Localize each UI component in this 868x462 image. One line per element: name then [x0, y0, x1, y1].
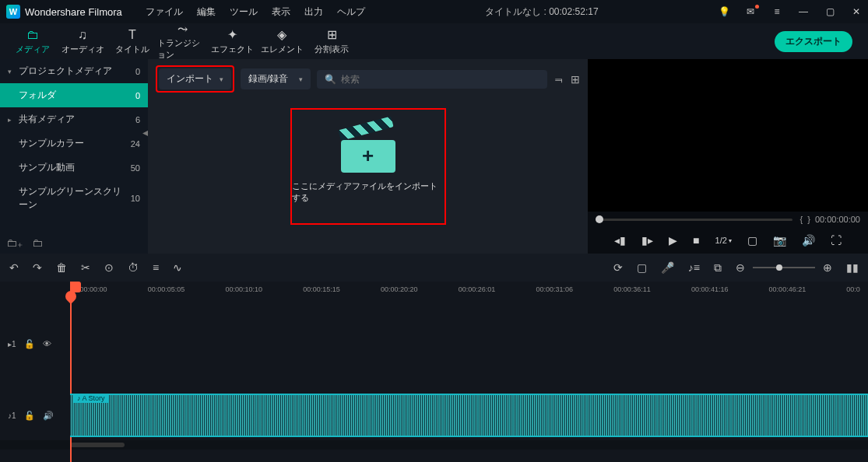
scrollbar-thumb[interactable]: [70, 443, 125, 447]
mark-in-icon[interactable]: {: [800, 215, 803, 224]
menu-edit[interactable]: 編集: [197, 5, 216, 19]
menu-view[interactable]: 表示: [272, 5, 290, 19]
audio-track-body[interactable]: ♪ A Story: [70, 390, 868, 440]
list-icon[interactable]: ≡: [771, 6, 782, 17]
sidebar-item-count: 6: [123, 115, 140, 124]
snap-icon[interactable]: ⧉: [714, 261, 722, 275]
import-highlight: インポート▾: [156, 65, 234, 93]
audio-track-head: ♪1 🔓 🔊: [0, 411, 70, 421]
window-close-icon[interactable]: ✕: [851, 6, 862, 17]
menu-output[interactable]: 出力: [304, 5, 323, 19]
sidebar-item-label: プロジェクトメディア: [19, 65, 123, 78]
import-dropdown[interactable]: インポート▾: [159, 68, 231, 89]
sidebar-item-sample-color[interactable]: サンプルカラー24: [0, 131, 148, 156]
mute-icon[interactable]: 🔊: [43, 411, 54, 421]
speed-icon[interactable]: ⏱: [128, 261, 139, 274]
zoom-out-icon[interactable]: ⊖: [736, 261, 745, 274]
tab-elements-label: エレメント: [261, 44, 304, 55]
sidebar-item-greenscreen[interactable]: サンプルグリーンスクリーン10: [0, 180, 148, 217]
step-back-icon[interactable]: ▮▸: [641, 234, 653, 247]
timeline-scrollbar[interactable]: [0, 440, 868, 450]
tab-media[interactable]: 🗀メディア: [8, 28, 58, 55]
lock-icon[interactable]: 🔓: [24, 339, 35, 349]
preview-quality-dropdown[interactable]: 1/2▾: [715, 236, 732, 245]
zoom-handle[interactable]: [776, 264, 782, 271]
tab-effects[interactable]: ✦エフェクト: [207, 28, 257, 55]
search-box[interactable]: 🔍: [317, 70, 547, 89]
menu-file[interactable]: ファイル: [146, 5, 183, 19]
grid-view-icon[interactable]: ⊞: [571, 73, 580, 86]
volume-icon[interactable]: 🔊: [802, 234, 815, 247]
prev-frame-icon[interactable]: ◂▮: [614, 234, 626, 247]
preview-scrubber[interactable]: { } 00:00:00:00: [588, 212, 868, 227]
cut-icon[interactable]: ✂: [81, 261, 90, 274]
sidebar: ▾プロジェクトメディア0 フォルダ0 ▸共有メディア6 サンプルカラー24 サン…: [0, 59, 148, 254]
preview-video-area[interactable]: [588, 59, 868, 212]
menu-help[interactable]: ヘルプ: [337, 5, 365, 19]
ruler-mark: 00:00:26:01: [459, 285, 496, 293]
new-folder-icon[interactable]: 🗀₊: [6, 236, 23, 249]
ruler-mark: 00:00:46:21: [769, 285, 807, 293]
stop-icon[interactable]: ■: [693, 234, 699, 247]
tips-icon[interactable]: 💡: [719, 6, 729, 17]
window-minimize-icon[interactable]: —: [798, 6, 809, 17]
delete-icon[interactable]: 🗑: [56, 261, 67, 274]
menu-tool[interactable]: ツール: [230, 5, 258, 19]
render-icon[interactable]: ⟳: [613, 261, 623, 274]
record-dropdown[interactable]: 録画/録音▾: [241, 68, 311, 89]
zoom-slider[interactable]: [753, 267, 815, 268]
sidebar-item-label: フォルダ: [19, 89, 123, 102]
voiceover-icon[interactable]: 🎤: [661, 261, 674, 274]
crop-icon[interactable]: ⊙: [104, 261, 114, 274]
audio-track-1[interactable]: ♪1 🔓 🔊 ♪ A Story: [0, 390, 868, 440]
folder-icon[interactable]: 🗀: [32, 236, 43, 249]
zoom-in-icon[interactable]: ⊕: [823, 261, 832, 274]
tab-elements[interactable]: ◈エレメント: [257, 28, 307, 55]
sidebar-item-count: 0: [123, 91, 140, 100]
tab-split[interactable]: ⊞分割表示: [307, 28, 357, 55]
inbox-icon[interactable]: ✉: [745, 6, 756, 17]
video-track-body[interactable]: [70, 325, 868, 362]
tab-transition[interactable]: ⤳トランジション: [157, 22, 207, 61]
tab-title[interactable]: Tタイトル: [107, 28, 157, 55]
lock-icon[interactable]: 🔓: [24, 411, 35, 421]
export-button[interactable]: エクスポート: [775, 31, 852, 52]
mark-out-icon[interactable]: }: [807, 215, 810, 224]
search-input[interactable]: [341, 74, 539, 85]
tab-audio[interactable]: ♫オーディオ: [58, 28, 107, 55]
sidebar-item-folder[interactable]: フォルダ0: [0, 83, 148, 107]
undo-icon[interactable]: ↶: [9, 261, 19, 274]
adjust-icon[interactable]: ≡: [153, 261, 159, 274]
import-drop-zone[interactable]: ここにメディアファイルをインポートする: [290, 108, 446, 225]
tab-title-label: タイトル: [115, 44, 149, 55]
zoom-fit-icon[interactable]: ▮▮: [846, 261, 859, 274]
sidebar-item-sample-video[interactable]: サンプル動画50: [0, 156, 148, 180]
visibility-icon[interactable]: 👁: [43, 339, 51, 348]
mixer-icon[interactable]: ♪≡: [688, 261, 700, 274]
redo-icon[interactable]: ↷: [33, 261, 42, 274]
drop-zone-text: ここにメディアファイルをインポートする: [292, 180, 445, 204]
audio-clip[interactable]: ♪ A Story: [70, 394, 868, 437]
filter-icon[interactable]: ⫬: [553, 73, 564, 86]
snapshot-icon[interactable]: 📷: [773, 234, 786, 247]
ruler-mark: 00:00:20:20: [381, 285, 418, 293]
play-icon[interactable]: ▶: [669, 234, 677, 247]
sidebar-item-project-media[interactable]: ▾プロジェクトメディア0: [0, 59, 148, 83]
sidebar-item-shared-media[interactable]: ▸共有メディア6: [0, 107, 148, 131]
marker-icon[interactable]: ▢: [637, 261, 647, 274]
timeline-ruler[interactable]: 00:00:00:00 00:00:05:05 00:00:10:10 00:0…: [0, 282, 868, 297]
video-track-1[interactable]: ▸1 🔓 👁: [0, 325, 868, 362]
ruler-mark: 00:00:05:05: [148, 285, 185, 293]
ruler-mark: 00:00:10:10: [225, 285, 262, 293]
music-icon: ♫: [78, 28, 87, 42]
preview-time: 00:00:00:00: [815, 215, 860, 224]
ruler-mark: 00:00:36:11: [613, 285, 651, 293]
clapperboard-icon: [341, 130, 395, 173]
audio-adjust-icon[interactable]: ∿: [173, 261, 182, 274]
mark-icon[interactable]: ▢: [747, 234, 757, 247]
window-maximize-icon[interactable]: ▢: [824, 6, 835, 17]
scrubber-handle[interactable]: [596, 215, 603, 223]
tab-split-label: 分割表示: [315, 44, 349, 55]
timeline-zoom[interactable]: ⊖ ⊕: [736, 261, 832, 274]
fullscreen-icon[interactable]: ⛶: [831, 234, 842, 247]
